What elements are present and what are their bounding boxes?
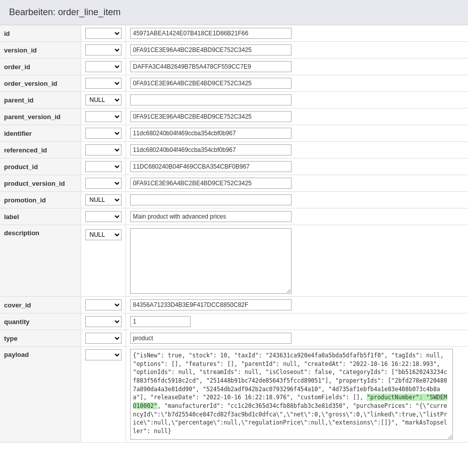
field-label-product_id: product_id	[0, 158, 81, 175]
field-value-id[interactable]	[126, 25, 468, 42]
field-value-parent_id[interactable]	[126, 92, 468, 109]
field-label-product_version_id: product_version_id	[0, 175, 81, 192]
table-row-payload: payload{"isNew": true, "stock": 10, "tax…	[0, 347, 468, 443]
field-value-promotion_id[interactable]	[126, 192, 468, 208]
field-value-quantity[interactable]	[126, 313, 468, 330]
select-quantity[interactable]	[85, 316, 122, 327]
table-row: version_id	[0, 42, 468, 59]
input-product_version_id[interactable]	[130, 178, 291, 189]
field-control-quantity[interactable]	[81, 313, 126, 330]
table-row: identifier	[0, 125, 468, 142]
table-row: parent_version_id	[0, 109, 468, 125]
select-parent_version_id[interactable]	[85, 111, 122, 122]
field-label-description: description	[0, 225, 81, 297]
field-value-product_id[interactable]	[126, 158, 468, 175]
field-value-product_version_id[interactable]	[126, 175, 468, 192]
select-identifier[interactable]	[85, 128, 122, 139]
field-control-parent_version_id[interactable]	[81, 109, 126, 125]
table-row: referenced_id	[0, 142, 468, 158]
field-label-payload: payload	[0, 347, 81, 443]
field-value-description[interactable]	[126, 225, 468, 297]
field-control-promotion_id[interactable]: NULL	[81, 192, 126, 208]
field-value-order_id[interactable]	[126, 59, 468, 75]
input-order_version_id[interactable]	[130, 78, 291, 89]
input-parent_id[interactable]	[130, 94, 291, 105]
field-value-referenced_id[interactable]	[126, 142, 468, 158]
field-value-payload[interactable]: {"isNew": true, "stock": 10, "taxId": "2…	[126, 347, 468, 443]
field-label-type: type	[0, 330, 81, 347]
table-row: product_id	[0, 158, 468, 175]
table-row: quantity	[0, 313, 468, 330]
payload-content: {"isNew": true, "stock": 10, "taxId": "2…	[130, 349, 453, 440]
field-control-payload[interactable]	[81, 347, 126, 443]
input-type[interactable]	[130, 333, 291, 344]
field-control-id[interactable]	[81, 25, 126, 42]
select-type[interactable]	[85, 333, 122, 344]
field-control-description[interactable]: NULL	[81, 225, 126, 297]
field-control-product_id[interactable]	[81, 158, 126, 175]
field-label-promotion_id: promotion_id	[0, 192, 81, 208]
select-payload[interactable]	[85, 349, 122, 360]
field-label-id: id	[0, 25, 81, 42]
input-version_id[interactable]	[130, 44, 291, 56]
page-title: Bearbeiten: order_line_item	[9, 7, 459, 18]
field-control-cover_id[interactable]	[81, 297, 126, 313]
input-cover_id[interactable]	[130, 299, 291, 310]
field-value-type[interactable]	[126, 330, 468, 347]
input-identifier[interactable]	[130, 128, 291, 139]
select-order_id[interactable]	[85, 61, 122, 72]
table-row: order_id	[0, 59, 468, 75]
input-product_id[interactable]	[130, 161, 291, 172]
select-referenced_id[interactable]	[85, 144, 122, 155]
field-value-order_version_id[interactable]	[126, 75, 468, 92]
select-id[interactable]	[85, 28, 122, 39]
select-version_id[interactable]	[85, 44, 122, 56]
field-control-identifier[interactable]	[81, 125, 126, 142]
select-product_id[interactable]	[85, 161, 122, 172]
input-parent_version_id[interactable]	[130, 111, 291, 122]
field-label-label: label	[0, 208, 81, 225]
select-label[interactable]	[85, 211, 122, 222]
input-promotion_id[interactable]	[130, 194, 291, 205]
select-cover_id[interactable]	[85, 299, 122, 310]
table-row-description: descriptionNULL	[0, 225, 468, 297]
null-select-promotion_id[interactable]: NULL	[85, 194, 122, 205]
null-select-parent_id[interactable]: NULL	[85, 94, 122, 105]
table-row: id	[0, 25, 468, 42]
select-order_version_id[interactable]	[85, 78, 122, 89]
field-control-order_id[interactable]	[81, 59, 126, 75]
field-label-identifier: identifier	[0, 125, 81, 142]
field-label-order_version_id: order_version_id	[0, 75, 81, 92]
field-label-order_id: order_id	[0, 59, 81, 75]
table-row: parent_idNULL	[0, 92, 468, 109]
table-row: cover_id	[0, 297, 468, 313]
textarea-description[interactable]	[130, 228, 291, 294]
field-control-parent_id[interactable]: NULL	[81, 92, 126, 109]
field-value-label[interactable]	[126, 208, 468, 225]
field-control-order_version_id[interactable]	[81, 75, 126, 92]
payload-highlight: "productNumber": "SWDEMO10002"	[133, 394, 447, 409]
field-label-version_id: version_id	[0, 42, 81, 59]
field-label-parent_version_id: parent_version_id	[0, 109, 81, 125]
field-control-version_id[interactable]	[81, 42, 126, 59]
field-value-cover_id[interactable]	[126, 297, 468, 313]
field-control-label[interactable]	[81, 208, 126, 225]
field-value-version_id[interactable]	[126, 42, 468, 59]
table-row: type	[0, 330, 468, 347]
field-control-referenced_id[interactable]	[81, 142, 126, 158]
select-product_version_id[interactable]	[85, 178, 122, 189]
field-label-parent_id: parent_id	[0, 92, 81, 109]
null-select-description[interactable]: NULL	[85, 229, 122, 240]
input-order_id[interactable]	[130, 61, 291, 72]
field-value-parent_version_id[interactable]	[126, 109, 468, 125]
field-control-product_version_id[interactable]	[81, 175, 126, 192]
input-id[interactable]	[130, 28, 291, 39]
field-control-type[interactable]	[81, 330, 126, 347]
field-value-identifier[interactable]	[126, 125, 468, 142]
input-label[interactable]	[130, 211, 291, 222]
table-row: order_version_id	[0, 75, 468, 92]
input-quantity[interactable]	[130, 316, 191, 327]
table-row: promotion_idNULL	[0, 192, 468, 208]
page-header: Bearbeiten: order_line_item	[0, 0, 468, 25]
input-referenced_id[interactable]	[130, 144, 291, 155]
